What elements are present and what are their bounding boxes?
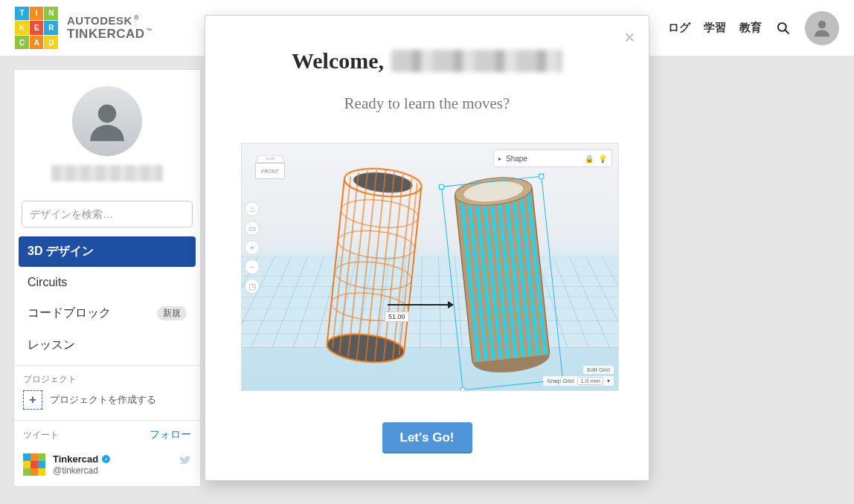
welcome-prefix: Welcome,	[292, 48, 384, 74]
fit-view-icon: ▭	[245, 221, 260, 236]
bulb-icon: 💡	[598, 154, 607, 163]
zoom-in-icon: +	[245, 240, 260, 255]
view-tools: ⌂ ▭ + − ◳	[245, 201, 260, 294]
grid-controls: Edit Grid Snap Grid 1.0 mm ▾	[543, 366, 614, 386]
chevron-right-icon: ▸	[498, 155, 501, 162]
svg-line-12	[366, 170, 386, 361]
edit-grid-label: Edit Grid	[583, 366, 614, 374]
ortho-icon: ◳	[245, 279, 260, 294]
viewcube-top: TOP	[255, 155, 285, 163]
modal-title: Welcome,	[241, 48, 613, 74]
zoom-out-icon: −	[245, 259, 260, 274]
svg-line-10	[348, 170, 367, 357]
dimension-value: 51.00	[385, 311, 409, 322]
workplane-grid	[241, 256, 619, 348]
shape-panel: ▸ Shape 🔒 💡	[493, 149, 612, 167]
welcome-modal: × Welcome, Ready to learn the moves? TOP…	[205, 15, 649, 481]
viewcube-front: FRONT	[255, 163, 285, 179]
editor-preview: TOP FRONT ⌂ ▭ + − ◳ ▸ Shape 🔒 💡	[241, 143, 619, 391]
cylinder-solid	[447, 166, 558, 382]
lets-go-button[interactable]: Let's Go!	[382, 422, 472, 453]
snap-grid-label: Snap Grid	[547, 378, 574, 384]
dimension-arrow-icon	[388, 304, 453, 306]
snap-grid-value: 1.0 mm	[577, 377, 603, 385]
close-icon[interactable]: ×	[624, 26, 635, 49]
modal-subtitle: Ready to learn the moves?	[241, 94, 613, 113]
chevron-down-icon: ▾	[607, 378, 610, 384]
home-view-icon: ⌂	[245, 201, 260, 216]
viewcube: TOP FRONT	[255, 149, 285, 187]
svg-line-11	[357, 170, 377, 360]
username-redacted	[391, 50, 562, 72]
lock-icon: 🔒	[585, 154, 594, 163]
shape-panel-label: Shape	[506, 155, 527, 163]
